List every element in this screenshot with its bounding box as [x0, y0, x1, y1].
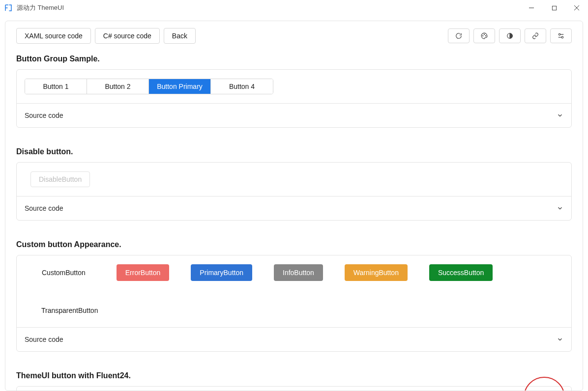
- chevron-down-icon: [557, 336, 563, 343]
- section-heading-fluent24: ThemeUI button with Fluent24.: [16, 371, 572, 380]
- source-code-label: Source code: [25, 112, 63, 119]
- button-group-item-1[interactable]: Button 1: [25, 79, 87, 94]
- source-code-toggle-disable[interactable]: Source code: [17, 196, 571, 220]
- button-group: Button 1 Button 2 Button Primary Button …: [25, 79, 273, 94]
- contrast-button[interactable]: [499, 28, 521, 43]
- sample-body-appearance: CustomButton ErrorButton PrimaryButton I…: [17, 255, 571, 327]
- refresh-button[interactable]: [448, 28, 470, 43]
- sample-body-fluent24: RepeatButton: [17, 387, 571, 391]
- sample-card-button-group: Button 1 Button 2 Button Primary Button …: [16, 69, 572, 128]
- svg-point-6: [484, 34, 484, 35]
- button-group-item-2[interactable]: Button 2: [87, 79, 149, 94]
- source-code-toggle-button-group[interactable]: Source code: [17, 103, 571, 127]
- contrast-icon: [506, 32, 513, 39]
- section-heading-appearance: Custom button Appearance.: [16, 240, 572, 249]
- window-maximize-button[interactable]: [543, 0, 565, 16]
- button-group-item-primary[interactable]: Button Primary: [149, 79, 211, 94]
- window-close-button[interactable]: [565, 0, 588, 16]
- svg-point-5: [483, 35, 483, 36]
- custom-button[interactable]: CustomButton: [32, 264, 95, 281]
- warning-button[interactable]: WarningButton: [345, 264, 408, 281]
- window-titlebar: 源动力 ThemeUI: [0, 0, 588, 16]
- sample-card-fluent24: RepeatButton: [16, 386, 572, 391]
- svg-point-9: [559, 33, 560, 35]
- source-code-toggle-appearance[interactable]: Source code: [17, 327, 571, 351]
- xaml-source-button[interactable]: XAML source code: [16, 28, 91, 44]
- svg-point-10: [561, 36, 563, 38]
- chevron-down-icon: [557, 112, 563, 119]
- palette-button[interactable]: [473, 28, 495, 43]
- sample-body-disable: DisableButton: [17, 163, 571, 196]
- settings-button[interactable]: [550, 28, 572, 43]
- sample-card-disable: DisableButton Source code: [16, 162, 572, 221]
- content-scroll[interactable]: XAML source code C# source code Back But…: [5, 21, 583, 391]
- sample-body-button-group: Button 1 Button 2 Button Primary Button …: [17, 70, 571, 103]
- source-code-label: Source code: [25, 335, 63, 343]
- info-button[interactable]: InfoButton: [274, 264, 323, 281]
- disabled-button: DisableButton: [30, 171, 90, 187]
- button-group-item-4[interactable]: Button 4: [211, 79, 273, 94]
- success-button[interactable]: SuccessButton: [429, 264, 493, 281]
- page-toolbar: XAML source code C# source code Back: [16, 28, 572, 44]
- link-button[interactable]: [525, 28, 546, 43]
- palette-icon: [481, 32, 488, 39]
- transparent-button[interactable]: TransparentButton: [32, 303, 107, 318]
- app-icon: [4, 3, 13, 12]
- primary-button[interactable]: PrimaryButton: [191, 264, 252, 281]
- appearance-row: CustomButton ErrorButton PrimaryButton I…: [25, 264, 563, 318]
- section-heading-button-group: Button Group Sample.: [16, 55, 572, 63]
- csharp-source-button[interactable]: C# source code: [95, 28, 160, 44]
- window-title: 源动力 ThemeUI: [17, 3, 64, 12]
- refresh-icon: [455, 32, 462, 39]
- svg-point-7: [485, 35, 486, 36]
- section-heading-disable: Disable button.: [16, 147, 572, 156]
- sample-card-appearance: CustomButton ErrorButton PrimaryButton I…: [16, 255, 572, 352]
- svg-rect-2: [552, 6, 556, 10]
- source-code-label: Source code: [25, 204, 63, 212]
- back-button[interactable]: Back: [164, 28, 196, 44]
- chevron-down-icon: [557, 205, 563, 212]
- error-button[interactable]: ErrorButton: [117, 264, 170, 281]
- window-controls: [520, 0, 588, 16]
- settings-icon: [558, 32, 564, 39]
- app-frame: XAML source code C# source code Back But…: [5, 21, 583, 391]
- window-minimize-button[interactable]: [520, 0, 543, 16]
- link-icon: [532, 32, 539, 39]
